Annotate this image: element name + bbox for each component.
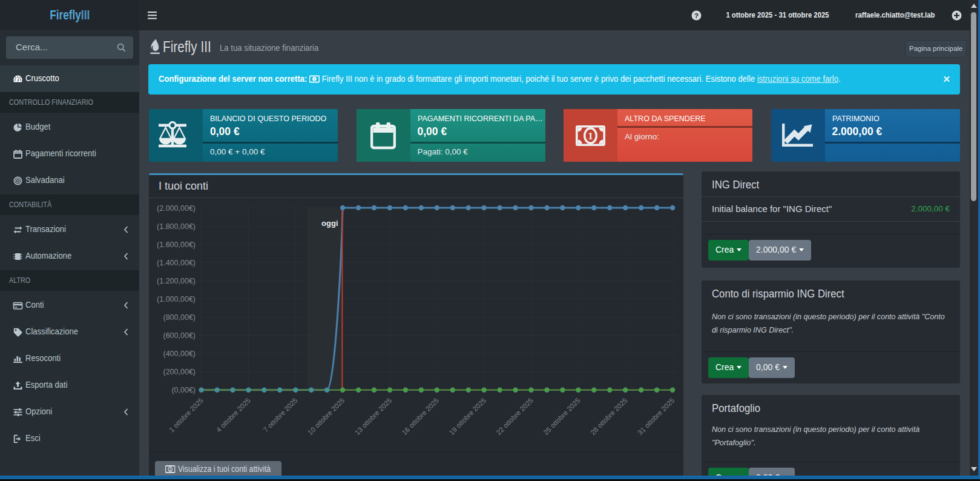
svg-text:(1.200,00€): (1.200,00€) <box>157 277 196 285</box>
svg-text:10 ottobre 2025: 10 ottobre 2025 <box>306 397 346 436</box>
svg-text:19 ottobre 2025: 19 ottobre 2025 <box>448 397 487 436</box>
svg-text:1: 1 <box>588 130 593 142</box>
svg-text:oggi: oggi <box>321 219 338 228</box>
svg-text:(1.600,00€): (1.600,00€) <box>157 240 196 249</box>
svg-text:25 ottobre 2025: 25 ottobre 2025 <box>542 397 581 436</box>
svg-text:(400,00€): (400,00€) <box>163 350 196 358</box>
svg-text:1 ottobre 2025: 1 ottobre 2025 <box>168 397 205 434</box>
svg-text:(600,00€): (600,00€) <box>163 331 196 340</box>
svg-text:4 ottobre 2025: 4 ottobre 2025 <box>215 397 252 434</box>
svg-text:(0,00€): (0,00€) <box>171 386 196 394</box>
svg-text:13 ottobre 2025: 13 ottobre 2025 <box>354 397 393 436</box>
svg-text:31 ottobre 2025: 31 ottobre 2025 <box>636 397 676 436</box>
svg-text:(2.000,00€): (2.000,00€) <box>157 204 196 213</box>
svg-text:(1.800,00€): (1.800,00€) <box>157 222 196 231</box>
svg-text:(1.400,00€): (1.400,00€) <box>157 259 196 267</box>
svg-text:(1.000,00€): (1.000,00€) <box>157 295 196 304</box>
svg-text:(200,00€): (200,00€) <box>163 368 196 376</box>
svg-text:28 ottobre 2025: 28 ottobre 2025 <box>589 397 628 436</box>
svg-text:7 ottobre 2025: 7 ottobre 2025 <box>262 397 299 434</box>
svg-text:16 ottobre 2025: 16 ottobre 2025 <box>401 397 440 436</box>
svg-text:?: ? <box>694 12 699 19</box>
svg-text:1: 1 <box>314 77 315 81</box>
svg-text:(800,00€): (800,00€) <box>163 313 196 322</box>
svg-text:22 ottobre 2025: 22 ottobre 2025 <box>495 397 534 436</box>
